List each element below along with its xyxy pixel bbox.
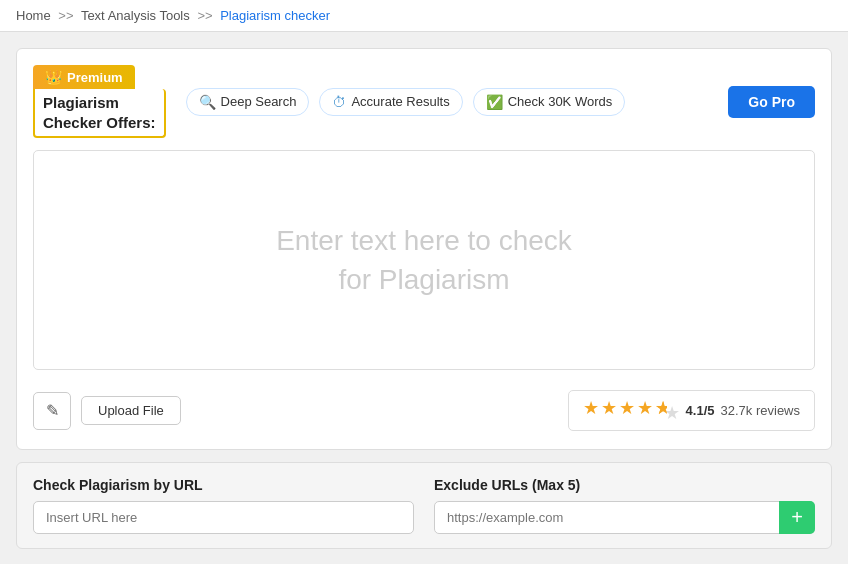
exclude-input-wrap: +	[434, 501, 815, 534]
rating-value: 4.1/5	[686, 403, 715, 418]
main-container: 👑 Premium Plagiarism Checker Offers: 🔍De…	[0, 32, 848, 564]
breadcrumb: Home >> Text Analysis Tools >> Plagiaris…	[0, 0, 848, 32]
left-actions: ✎ Upload File	[33, 392, 181, 430]
feature-pill: 🔍Deep Search	[186, 88, 310, 116]
textarea-placeholder: Enter text here to checkfor Plagiarism	[256, 201, 592, 319]
premium-header: 👑 Premium Plagiarism Checker Offers: 🔍De…	[33, 65, 815, 138]
feature-pill: ⏱Accurate Results	[319, 88, 462, 116]
rating-section: ★★★★★★ 4.1/5 32.7k reviews	[568, 390, 815, 431]
star-full: ★	[637, 397, 653, 424]
format-icon-btn[interactable]: ✎	[33, 392, 71, 430]
url-input[interactable]	[33, 501, 414, 534]
pill-icon: ✅	[486, 94, 503, 110]
pill-icon: ⏱	[332, 94, 346, 110]
pill-label: Check 30K Words	[508, 94, 613, 109]
text-format-icon: ✎	[46, 401, 59, 420]
reviews-count: 32.7k reviews	[721, 403, 800, 418]
breadcrumb-sep1: >>	[58, 8, 73, 23]
main-card: 👑 Premium Plagiarism Checker Offers: 🔍De…	[16, 48, 832, 450]
breadcrumb-home[interactable]: Home	[16, 8, 51, 23]
pill-label: Accurate Results	[351, 94, 449, 109]
feature-pills: 🔍Deep Search⏱Accurate Results✅Check 30K …	[186, 88, 709, 116]
star-full: ★	[601, 397, 617, 424]
exclude-url-input[interactable]	[434, 501, 815, 534]
go-pro-button[interactable]: Go Pro	[728, 86, 815, 118]
breadcrumb-current[interactable]: Plagiarism checker	[220, 8, 330, 23]
star-half: ★★	[655, 397, 680, 424]
premium-badge: 👑 Premium	[33, 65, 135, 89]
premium-section: 👑 Premium Plagiarism Checker Offers:	[33, 65, 166, 138]
breadcrumb-tools[interactable]: Text Analysis Tools	[81, 8, 190, 23]
checker-label: Plagiarism Checker Offers:	[33, 89, 166, 138]
star-rating: ★★★★★★	[583, 397, 680, 424]
add-url-button[interactable]: +	[779, 501, 815, 534]
action-bar: ✎ Upload File ★★★★★★ 4.1/5 32.7k reviews	[33, 384, 815, 433]
star-full: ★	[619, 397, 635, 424]
feature-pill: ✅Check 30K Words	[473, 88, 626, 116]
url-check-block: Check Plagiarism by URL	[33, 477, 414, 534]
crown-icon: 👑	[45, 69, 62, 85]
exclude-url-label: Exclude URLs (Max 5)	[434, 477, 815, 493]
exclude-url-block: Exclude URLs (Max 5) +	[434, 477, 815, 534]
pill-label: Deep Search	[221, 94, 297, 109]
pill-icon: 🔍	[199, 94, 216, 110]
url-section: Check Plagiarism by URL Exclude URLs (Ma…	[16, 462, 832, 549]
breadcrumb-sep2: >>	[197, 8, 212, 23]
url-check-label: Check Plagiarism by URL	[33, 477, 414, 493]
text-input-area[interactable]: Enter text here to checkfor Plagiarism	[33, 150, 815, 370]
premium-badge-label: Premium	[67, 70, 123, 85]
url-input-wrap	[33, 501, 414, 534]
star-full: ★	[583, 397, 599, 424]
upload-file-button[interactable]: Upload File	[81, 396, 181, 425]
